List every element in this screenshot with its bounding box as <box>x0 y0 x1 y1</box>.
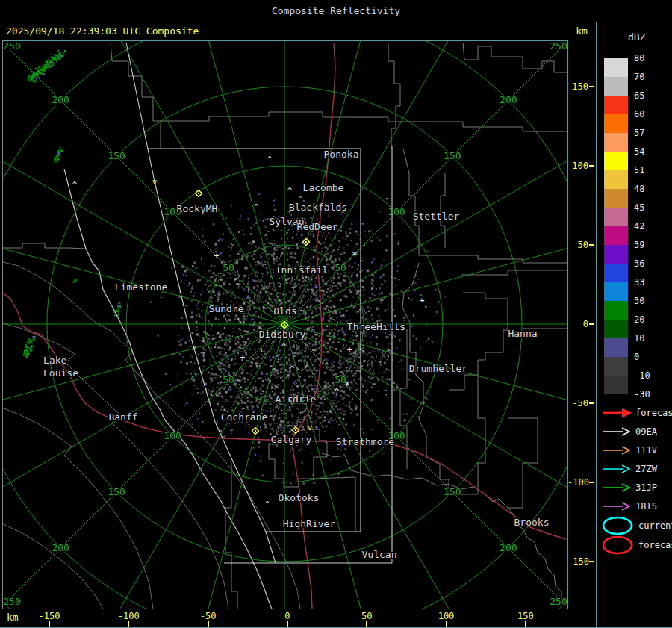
bottom-axis-label: 50 <box>361 611 372 621</box>
right-axis-tick <box>589 165 594 167</box>
yellow-v-marker: v <box>152 177 158 187</box>
city-labels: PonokaLacombeBlackfaldsSylvanRedDeerRock… <box>43 149 549 560</box>
range-ring-label: 100 <box>388 206 405 217</box>
colorbar-title: dBZ <box>628 31 645 43</box>
legend-label: forecast <box>638 540 672 550</box>
range-ring-label: 200 <box>52 94 69 105</box>
dbz-swatch <box>604 152 628 170</box>
bottom-axis-label: 150 <box>517 611 534 621</box>
city-label: Limestone <box>115 282 168 293</box>
dbz-scale-label: 48 <box>634 184 644 194</box>
radar-map[interactable]: 5050505010010010010015015015015020020020… <box>2 40 568 609</box>
dbz-scale-label: 33 <box>634 277 644 287</box>
arrow-icon <box>601 426 631 438</box>
dbz-swatch <box>604 320 628 338</box>
range-ring-label: 250 <box>3 596 20 607</box>
city-label: Strathmore <box>336 436 394 447</box>
right-axis-tick <box>589 402 594 404</box>
right-axis-label: -50 <box>567 398 588 408</box>
city-label: Calgary <box>271 434 312 445</box>
plus-marker: + <box>240 352 246 362</box>
plus-marker: + <box>347 345 352 355</box>
arrow-icon <box>601 482 631 494</box>
bottom-axis-label: 0 <box>284 611 290 621</box>
right-axis-label: -150 <box>567 556 588 567</box>
legend-label: 18TS <box>635 501 657 512</box>
ellipse-icon <box>601 534 634 556</box>
dbz-scale-label: 54 <box>634 146 644 157</box>
right-axis: 150100500-50-100-150 <box>567 40 596 609</box>
dbz-scale-label: 10 <box>634 333 644 343</box>
dbz-swatch <box>604 245 628 264</box>
timestamp-label: 2025/09/18 22:39:03 UTC Composite <box>6 25 199 37</box>
right-axis-label: 50 <box>567 240 588 250</box>
legend-label: current <box>638 520 672 531</box>
dbz-scale-label: 42 <box>634 221 644 231</box>
arrow-icon <box>601 500 631 512</box>
caret-marker: ^ <box>72 180 78 190</box>
bottom-axis-label: 100 <box>438 611 455 621</box>
dbz-swatch <box>604 208 628 226</box>
bottom-axis-tick <box>287 621 288 627</box>
legend-label: 31JP <box>635 482 657 493</box>
dbz-swatch <box>604 114 628 133</box>
radar-map-canvas[interactable]: 5050505010010010010015015015015020020020… <box>2 40 568 609</box>
provincial-border <box>64 169 272 609</box>
city-label: Brooks <box>514 517 550 528</box>
window-titlebar: Composite_Reflectivity <box>0 0 672 22</box>
legend-arrow-09EA: 09EA <box>601 423 657 440</box>
range-ring-label: 100 <box>164 430 181 441</box>
legend-arrow-111V: 111V <box>601 442 657 458</box>
dbz-swatch <box>604 96 628 114</box>
dbz-scale-label: 0 <box>634 352 639 362</box>
dbz-swatch <box>604 189 628 208</box>
range-ring-label: 250 <box>550 40 567 52</box>
window-title: Composite_Reflectivity <box>272 5 400 16</box>
range-ring-label: 150 <box>108 486 125 497</box>
star-marker: * <box>352 249 358 261</box>
right-axis-unit-label: km <box>567 25 596 37</box>
right-axis-tick <box>589 244 594 246</box>
range-ring-label: 150 <box>108 150 125 161</box>
legend-arrow-27ZW: 27ZW <box>601 461 657 477</box>
dbz-scale-label: 80 <box>634 53 644 63</box>
bottom-axis-unit-label: km <box>7 612 19 623</box>
city-label: Ponoka <box>324 149 359 160</box>
caret-marker: ^ <box>290 364 295 374</box>
bottom-axis: km -150-100-50050100150 <box>2 609 567 628</box>
arrow-icon <box>601 463 631 475</box>
right-axis-label: -100 <box>567 477 588 488</box>
bottom-axis-tick <box>49 621 50 627</box>
city-label: Okotoks <box>279 492 320 503</box>
city-label: Airdrie <box>276 394 317 405</box>
dbz-swatch <box>604 226 628 245</box>
city-label: ThreeHills <box>347 321 405 332</box>
dbz-scale-label: 39 <box>634 240 644 250</box>
plus-marker: + <box>214 251 220 261</box>
legend-arrow-31JP: 31JP <box>601 479 657 496</box>
dbz-scale-label: -10 <box>634 370 650 381</box>
right-axis-label: 100 <box>567 161 588 171</box>
dbz-scale-label: 20 <box>634 314 644 325</box>
city-label: Innisfail <box>276 264 328 276</box>
caret-marker: ^ <box>335 387 340 397</box>
legend-label: 27ZW <box>635 464 657 474</box>
arrow-icon <box>601 444 631 456</box>
dbz-swatch <box>604 170 628 189</box>
dbz-swatch <box>604 338 628 357</box>
city-label: RedDeer <box>297 221 338 232</box>
dbz-swatch <box>604 133 628 152</box>
range-ring-label: 50 <box>223 262 234 273</box>
legend-label: forecast <box>635 408 672 418</box>
plus-marker: + <box>420 296 425 305</box>
right-axis-label: 150 <box>567 81 588 92</box>
yellow-v-marker: v <box>308 423 313 432</box>
dbz-scale-label: -30 <box>634 389 650 400</box>
legend-arrow-18TS: 18TS <box>601 498 657 514</box>
city-label: Cochrane <box>221 411 268 423</box>
city-label: Blackfalds <box>289 202 347 213</box>
bottom-axis-label: -50 <box>200 611 217 621</box>
radar-viewer-window: Composite_Reflectivity 2025/09/18 22:39:… <box>0 0 672 628</box>
city-label: Drumheller <box>409 363 467 374</box>
legend-ellipse-current: current <box>601 515 672 536</box>
